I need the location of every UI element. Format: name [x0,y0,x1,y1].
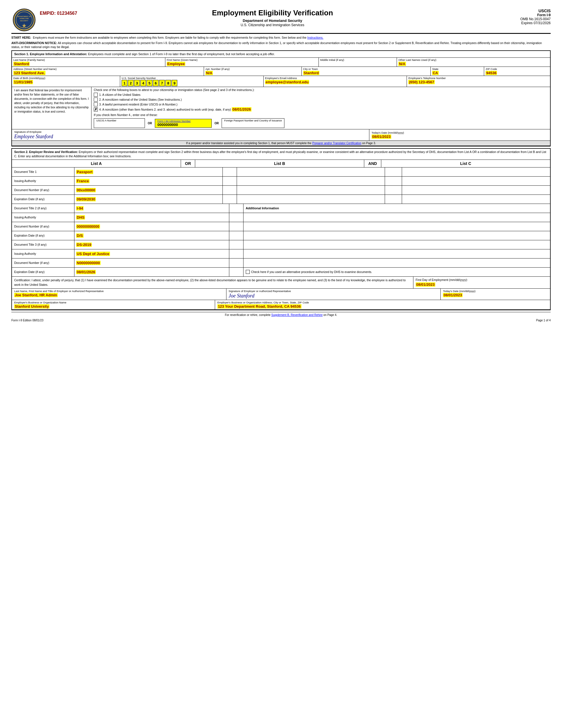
org-name-label: Employer's Business or Organization Name [14,301,213,304]
zip-cell: ZIP Code 94536 [484,67,550,76]
form-title: Employment Eligibility Verification [156,9,389,17]
attest-right: Check one of the following boxes to atte… [92,87,550,129]
or-spacer5 [229,204,244,213]
doc2-expiry-row: Expiration Date (if any) D/S [12,231,550,240]
address-row: Address (Street Number and Name) 123 Sta… [12,67,550,76]
or2-label: OR [215,122,219,125]
name-row: Last Name (Family Name) Stanford First N… [12,58,550,67]
first-name-label: First Name (Given Name) [167,58,317,61]
listc-issuing1-cell [402,177,550,185]
apt-cell: Apt. Number (if any) N/A [204,67,302,76]
doc3-issuing-row: Issuing Authority US Dept of Justice [12,249,550,258]
doc2-title-value: I-94 [76,206,84,210]
checkbox-row-2: 2. A noncitizen national of the United S… [94,98,548,102]
section2-title-text: Employers or their authorized representa… [14,150,546,158]
anti-disc-notice: ANTI-DISCRIMINATION NOTICE: All employee… [11,41,551,49]
doc2-issuing-row: Issuing Authority DHS [12,213,550,222]
date2-value: 08/01/2023 [443,293,462,297]
svg-text:DEPARTMENT OF: DEPARTMENT OF [17,16,31,17]
cert-row: Certification: I attest, under penalty o… [12,277,550,289]
or-spacer1 [223,167,237,176]
phone-cell: Employee's Telephone Number (650) 123-45… [407,76,550,87]
state-value: CA [432,71,439,75]
checkbox-1[interactable] [94,93,98,97]
svg-text:HOMELAND: HOMELAND [20,18,29,19]
date-cell: Today's Date (mm/dd/yyyy) 08/01/2023 [369,130,550,140]
additional-info-area4 [244,240,550,249]
checkbox-3[interactable] [94,102,98,106]
state-cell: State CA [431,67,484,76]
first-name-value: Employee [167,62,185,66]
header-right: USCIS Form I-9 OMB No.1615-0047 Expires … [505,9,551,25]
ssn-digit-4: 4 [140,80,146,86]
checkbox-4[interactable] [94,107,98,111]
alt-proc-checkbox[interactable] [246,270,250,274]
other-names-cell: Other Last Names Used (if any) N/A [397,58,550,67]
logo-area: DEPARTMENT OF HOMELAND SECURITY [11,9,37,31]
foreign-label: Foreign Passport Number and Country of I… [224,119,282,122]
doc1-issuing-value: France [76,179,90,183]
sig2-label: Signature of Employer or Authorized Repr… [229,289,438,293]
list-c-header: List C [381,160,550,167]
checkbox-2[interactable] [94,98,98,102]
doc3-expiry-label: Expiration Date (if any) [12,268,74,276]
first-day-cell: First Day of Employment (mm/dd/yyyy): 08… [413,277,550,289]
doc1-number-value: 00xx00000 [76,188,96,192]
doc1-title-row: Document Title 1 Passport [12,167,550,177]
dhs-seal: DEPARTMENT OF HOMELAND SECURITY [13,9,36,31]
svg-text:SECURITY: SECURITY [20,20,28,22]
doc2-title-value-cell: I-94 [74,204,229,213]
foreign-value [224,122,282,127]
city-cell: City or Town Stanford [302,67,431,76]
employer-name-value: Joe Stanford, HR Admin [14,293,58,297]
a-number-row: USCIS A-Number OR Form I-94 Admission Nu… [94,118,548,128]
doc3-issuing-value-cell: US Dept of Justice [74,249,229,258]
listc-expiry1-cell [402,195,550,204]
anti-disc-text: All employees can choose which acceptabl… [11,41,542,49]
listc-doc1-cell [402,167,550,176]
doc2-number-row: Document Number (if any) 00000000000 [12,222,550,231]
preparer-link[interactable]: Preparer and/or Translator Certification [312,142,361,145]
section1-header: Section 1. Employee Information and Atte… [12,51,550,58]
last-name-label: Last Name (Family Name) [13,58,164,61]
apt-label: Apt. Number (if any) [206,67,300,71]
ssn-cell: U.S. Social Security Number 1 2 3 4 5 6 … [120,76,264,87]
state-label: State [432,67,482,71]
org-address-label: Employer's Business or Organization Addr… [217,301,548,304]
listb-expiry1-cell [237,195,385,204]
form94-box: Form I-94 Admission Number 0000000000 [155,119,212,128]
dob-label: Date of Birth (mm/dd/yyyy) [13,76,119,80]
employer-name-label: Last Name, First Name and Title of Emplo… [14,289,224,293]
doc1-expiry-label: Expiration Date (if any) [12,195,74,204]
last-name-cell: Last Name (Family Name) Stanford [12,58,165,67]
header: DEPARTMENT OF HOMELAND SECURITY EMPID: 0… [11,9,551,34]
ssn-digit-2: 2 [128,80,134,86]
date-label: Today's Date (mm/dd/yyyy) [372,131,548,134]
signature-row: Signature of Employee Employee Stanford … [12,129,550,141]
preparer-note: If a preparer and/or translator assisted… [12,141,550,146]
instructions-link[interactable]: Instructions. [307,36,323,39]
alt-proc-label: Check here if you used an alternative pr… [251,270,372,274]
doc3-number-value-cell: N0000000000 [74,258,229,267]
dob-ssn-row: Date of Birth (mm/dd/yyyy) 11/01/1985 U.… [12,76,550,87]
uscis-a-box: USCIS A-Number [94,118,145,128]
and-divider: AND [364,160,381,167]
sig-label: Signature of Employee [14,130,367,133]
dob-cell: Date of Birth (mm/dd/yyyy) 11/01/1985 [12,76,120,87]
preparer-text2: on Page 3. [361,142,376,145]
check2-label: 2. A noncitizen national of the United S… [99,98,182,101]
list-header-row: List A OR List B AND List C [12,160,550,167]
list-b-header: List B [195,160,364,167]
doc1-title-value: Passport [76,170,93,174]
additional-info-area [244,213,550,222]
empid-label: EMPID: 01234567 [40,11,77,16]
notice-section: START HERE: Employers must ensure the fo… [11,36,551,49]
doc2-issuing-value-cell: DHS [74,213,229,222]
ssn-digit-5: 5 [147,80,152,86]
doc1-issuing-row: Issuing Authority France [12,177,550,186]
doc1-expiry-value-cell: 09/09/2030 [74,195,223,204]
date2-label: Today's Date (mm/dd/yyyy) [443,289,548,293]
org-address-value: 123 Your Department Road, Stanford, CA 9… [217,304,301,309]
ssn-digit-7: 7 [159,80,165,86]
supplement-b-link[interactable]: Supplement B, Reverification and Rehire [272,313,323,317]
